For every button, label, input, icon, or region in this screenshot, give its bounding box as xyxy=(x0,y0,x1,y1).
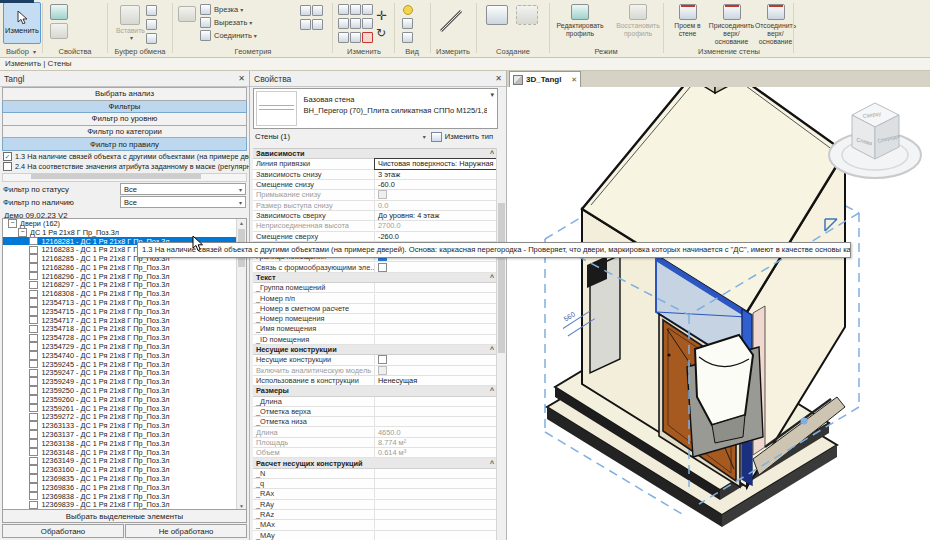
tree-item[interactable]: 12363160 - ДС 1 Ря 21х8 Г Пр_Поз.3л xyxy=(3,465,246,474)
property-checkbox[interactable] xyxy=(378,263,387,272)
rotate-icon[interactable]: ↻ xyxy=(376,26,386,40)
item-checkbox[interactable] xyxy=(29,272,38,281)
unjoin-icon[interactable] xyxy=(300,19,311,30)
tree-item[interactable]: 12168296 - ДС 1 Ря 21х8 Г Пр_Поз.3л xyxy=(3,272,246,281)
modify-tool-button[interactable]: Изменить xyxy=(3,2,41,44)
item-checkbox[interactable] xyxy=(29,263,38,272)
property-value[interactable]: 4650.0 xyxy=(375,427,498,436)
property-value[interactable] xyxy=(375,190,498,199)
collapse-icon[interactable]: − xyxy=(8,219,17,228)
property-value[interactable]: 3 этаж xyxy=(375,170,498,179)
tree-item[interactable]: 12363137 - ДС 1 Ря 21х8 Г Пр_Поз.3л xyxy=(3,430,246,439)
rule-checkbox[interactable] xyxy=(3,162,12,171)
properties-palette-icon[interactable] xyxy=(50,4,68,20)
delete-icon[interactable] xyxy=(362,32,373,43)
property-value[interactable] xyxy=(375,489,498,498)
tree-item[interactable]: 12369836 - ДС 1 Ря 21х8 Г Пр_Поз.3л xyxy=(3,483,246,492)
property-section-header[interactable]: Несущие конструкции^ xyxy=(253,345,498,355)
lightbulb-icon[interactable] xyxy=(403,5,413,15)
property-checkbox[interactable] xyxy=(378,190,387,199)
item-checkbox[interactable] xyxy=(29,421,38,430)
item-checkbox[interactable] xyxy=(29,369,38,378)
property-value[interactable] xyxy=(375,417,498,426)
rule-checkbox[interactable]: ✓ xyxy=(3,152,12,161)
tree-item[interactable]: 12359272 - ДС 1 Ря 21х8 Г Пр_Поз.3л xyxy=(3,413,246,422)
linework-icon[interactable] xyxy=(402,18,413,29)
tangl-button-2[interactable]: Фильтр по уровню xyxy=(2,113,247,126)
close-icon[interactable]: ✕ xyxy=(571,76,577,84)
pin-icon[interactable] xyxy=(362,18,373,29)
property-value[interactable] xyxy=(375,407,498,416)
create-assembly-icon[interactable] xyxy=(516,5,538,25)
model-canvas[interactable]: 560 Сверху Слева Спереди xyxy=(507,87,930,540)
create-group-icon[interactable] xyxy=(486,5,508,25)
edit-type-button[interactable]: Изменить тип xyxy=(428,131,496,143)
item-checkbox[interactable] xyxy=(29,448,38,457)
item-checkbox[interactable] xyxy=(29,307,38,316)
move-icon[interactable]: ✛ xyxy=(376,8,387,23)
group-label-select[interactable]: Выбор ▾ xyxy=(0,47,42,56)
item-checkbox[interactable] xyxy=(29,492,38,501)
property-value[interactable] xyxy=(375,335,498,344)
tree-item[interactable]: 12363149 - ДС 1 Ря 21х8 Г Пр_Поз.3л xyxy=(3,457,246,466)
property-value[interactable]: До уровня: 4 этаж xyxy=(375,211,498,220)
property-checkbox[interactable] xyxy=(378,366,387,375)
tab-3d-tangl[interactable]: 3D_Tangl ✕ xyxy=(509,71,581,87)
array-icon[interactable] xyxy=(338,32,349,43)
scroll-up-icon[interactable]: ▲ xyxy=(237,220,246,226)
property-value[interactable] xyxy=(375,366,498,375)
property-value[interactable] xyxy=(375,500,498,509)
align-icon[interactable] xyxy=(338,4,349,15)
property-section-header[interactable]: Размеры^ xyxy=(253,386,498,396)
close-icon[interactable]: ✕ xyxy=(238,74,245,83)
tree-item[interactable]: 12363133 - ДС 1 Ря 21х8 Г Пр_Поз.3л xyxy=(3,421,246,430)
item-checkbox[interactable] xyxy=(29,342,38,351)
match-type-icon[interactable] xyxy=(146,19,157,30)
property-value[interactable] xyxy=(375,469,498,478)
not-processed-button[interactable]: Не обработано xyxy=(125,524,247,538)
tree-item[interactable]: 12363148 - ДС 1 Ря 21х8 Г Пр_Поз.3л xyxy=(3,448,246,457)
property-value[interactable] xyxy=(375,324,498,333)
properties-secondary-icon[interactable] xyxy=(50,23,68,39)
item-checkbox[interactable] xyxy=(29,377,38,386)
item-checkbox[interactable] xyxy=(29,237,38,246)
tree-item[interactable]: 12354715 - ДС 1 Ря 21х8 Г Пр_Поз.3л xyxy=(3,307,246,316)
item-checkbox[interactable] xyxy=(29,474,38,483)
mirror-icon[interactable] xyxy=(362,4,373,15)
item-checkbox[interactable] xyxy=(29,439,38,448)
tree-root[interactable]: −Двери (162) xyxy=(3,219,246,228)
tree-item[interactable]: 12359245 - ДС 1 Ря 21х8 Г Пр_Поз.3л xyxy=(3,360,246,369)
tree-item[interactable]: 12354728 - ДС 1 Ря 21х8 Г Пр_Поз.3л xyxy=(3,333,246,342)
property-value[interactable] xyxy=(375,314,498,323)
property-value[interactable] xyxy=(375,520,498,529)
item-checkbox[interactable] xyxy=(29,430,38,439)
property-value[interactable]: 8.774 м² xyxy=(375,438,498,447)
item-checkbox[interactable] xyxy=(29,404,38,413)
property-value[interactable]: 0.0 xyxy=(375,201,498,210)
cope-icon[interactable] xyxy=(178,6,196,22)
wall-joins-icon[interactable] xyxy=(300,5,311,16)
tree-item[interactable]: 12369839 - ДС 1 Ря 21х8 Г Пр_Поз.3л xyxy=(3,501,246,510)
tree-item[interactable]: 12359250 - ДС 1 Ря 21х8 Г Пр_Поз.3л xyxy=(3,386,246,395)
wall-button-2[interactable]: Отсоединить верх/основание xyxy=(755,2,796,45)
property-section-header[interactable]: Зависимости^ xyxy=(253,149,498,159)
demolish-icon[interactable] xyxy=(312,19,323,30)
tree-item[interactable]: 12354729 - ДС 1 Ря 21х8 Г Пр_Поз.3л xyxy=(3,342,246,351)
item-checkbox[interactable] xyxy=(29,254,38,263)
item-checkbox[interactable] xyxy=(29,386,38,395)
tangl-button-0[interactable]: Выбрать анализ xyxy=(2,87,247,101)
properties-vertical-scrollbar[interactable] xyxy=(496,148,506,540)
property-section-header[interactable]: Расчет несущих конструкций^ xyxy=(253,458,498,468)
item-checkbox[interactable] xyxy=(29,351,38,360)
wall-button-1[interactable]: Присоединить верх/основание xyxy=(711,2,752,45)
close-icon[interactable]: ✕ xyxy=(495,74,502,83)
item-checkbox[interactable] xyxy=(29,395,38,404)
item-checkbox[interactable] xyxy=(29,334,38,343)
property-value[interactable]: 0.614 м³ xyxy=(375,448,498,457)
property-value[interactable] xyxy=(375,304,498,313)
property-value[interactable]: Ненесущая xyxy=(375,376,498,385)
select-elements-button[interactable]: Выбрать выделенные элементы xyxy=(2,509,247,523)
tree-item[interactable]: 12363138 - ДС 1 Ря 21х8 Г Пр_Поз.3л xyxy=(3,439,246,448)
property-value[interactable] xyxy=(375,293,498,302)
tree-item[interactable]: 12168308 - ДС 1 Ря 21х8 Г Пр_Поз.3л xyxy=(3,289,246,298)
